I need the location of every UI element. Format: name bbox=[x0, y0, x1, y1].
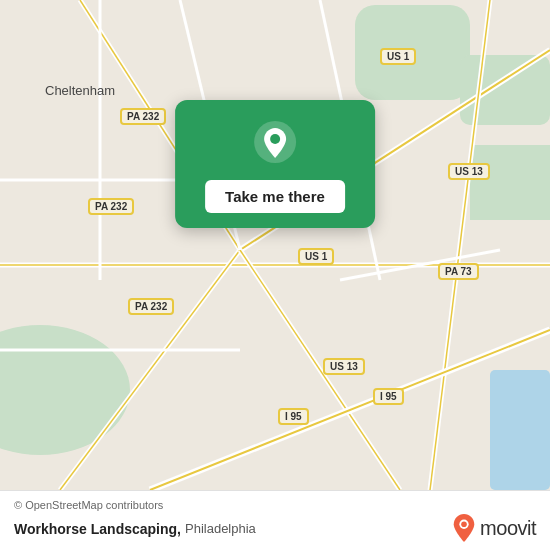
map-container: Cheltenham PA 232 PA 232 PA 232 US 1 US … bbox=[0, 0, 550, 490]
route-badge-us1-center: US 1 bbox=[298, 248, 334, 265]
svg-point-30 bbox=[461, 521, 467, 527]
route-badge-us13-1: US 13 bbox=[448, 163, 490, 180]
route-badge-pa232-1: PA 232 bbox=[120, 108, 166, 125]
route-badge-pa232-2: PA 232 bbox=[88, 198, 134, 215]
moovit-pin-icon bbox=[452, 514, 476, 542]
location-pin-icon bbox=[253, 120, 297, 164]
route-badge-us13-2: US 13 bbox=[323, 358, 365, 375]
moovit-label: moovit bbox=[480, 517, 536, 540]
moovit-logo: moovit bbox=[452, 514, 536, 542]
route-badge-pa232-3: PA 232 bbox=[128, 298, 174, 315]
location-city: Philadelphia bbox=[185, 521, 256, 536]
route-badge-i95-2: I 95 bbox=[278, 408, 309, 425]
route-badge-i95-1: I 95 bbox=[373, 388, 404, 405]
svg-rect-5 bbox=[490, 370, 550, 490]
route-badge-us1-top: US 1 bbox=[380, 48, 416, 65]
svg-text:Cheltenham: Cheltenham bbox=[45, 83, 115, 98]
take-me-there-button[interactable]: Take me there bbox=[205, 180, 345, 213]
location-popup: Take me there bbox=[175, 100, 375, 228]
copyright-text: © OpenStreetMap contributors bbox=[14, 499, 163, 511]
route-badge-pa73: PA 73 bbox=[438, 263, 479, 280]
svg-rect-4 bbox=[470, 145, 550, 220]
map-roads-svg: Cheltenham bbox=[0, 0, 550, 490]
location-name: Workhorse Landscaping, bbox=[14, 521, 181, 537]
svg-point-28 bbox=[270, 134, 280, 144]
bottom-bar: © OpenStreetMap contributors Workhorse L… bbox=[0, 490, 550, 550]
